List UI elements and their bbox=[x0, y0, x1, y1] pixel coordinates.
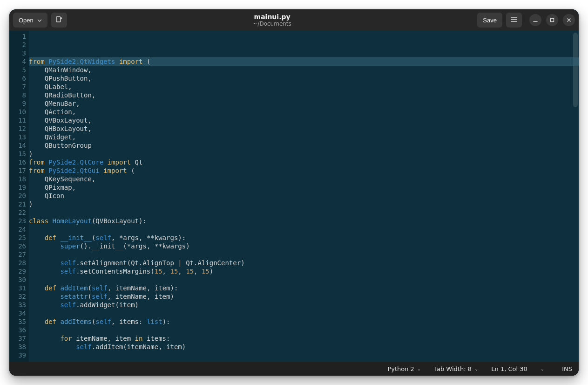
line-number: 8 bbox=[10, 91, 26, 99]
code-line[interactable]: def __init__(self, *args, **kwargs): bbox=[29, 234, 579, 242]
statusbar: Python 2 ⌄ Tab Width: 8 ⌄ Ln 1, Col 30 ⌄… bbox=[9, 362, 579, 376]
maximize-button[interactable] bbox=[546, 14, 558, 26]
line-number: 17 bbox=[10, 166, 26, 175]
code-line[interactable]: QVBoxLayout, bbox=[29, 116, 579, 124]
line-number: 27 bbox=[10, 250, 26, 259]
line-number: 12 bbox=[10, 124, 26, 133]
svg-rect-1 bbox=[551, 19, 554, 22]
line-number: 5 bbox=[10, 66, 26, 74]
line-number: 19 bbox=[10, 183, 26, 192]
code-line[interactable]: self.setContentsMargins(15, 15, 15, 15) bbox=[29, 267, 579, 275]
chevron-down-icon: ⌄ bbox=[417, 366, 421, 371]
code-content[interactable]: from PySide2.QtWidgets import ( QMainWin… bbox=[29, 31, 579, 362]
tabwidth-label: Tab Width: 8 bbox=[434, 365, 472, 372]
language-selector[interactable]: Python 2 ⌄ bbox=[387, 365, 421, 372]
code-line[interactable]: super().__init__(*args, **kwargs) bbox=[29, 242, 579, 250]
code-line[interactable]: self.addWidget(item) bbox=[29, 301, 579, 309]
insert-mode[interactable]: INS bbox=[562, 365, 572, 372]
code-line[interactable] bbox=[29, 351, 579, 359]
code-line[interactable]: from PySide2.QtCore import Qt bbox=[29, 158, 579, 166]
line-number: 23 bbox=[10, 217, 26, 225]
code-line[interactable]: def addItems(self, items: list): bbox=[29, 317, 579, 326]
save-button[interactable]: Save bbox=[477, 13, 502, 28]
window-title: mainui.py bbox=[71, 13, 474, 21]
line-number: 34 bbox=[10, 309, 26, 317]
code-line[interactable]: ) bbox=[29, 200, 579, 208]
line-number: 15 bbox=[10, 150, 26, 158]
code-line[interactable]: ) bbox=[29, 150, 579, 158]
line-number: 39 bbox=[10, 351, 26, 359]
line-number: 32 bbox=[10, 292, 26, 301]
line-number: 16 bbox=[10, 158, 26, 166]
minimize-button[interactable] bbox=[529, 14, 541, 26]
hamburger-icon bbox=[510, 16, 518, 25]
line-number: 2 bbox=[10, 41, 26, 49]
code-line[interactable] bbox=[29, 225, 579, 234]
editor-window: Open mainui.py ~/Documents Save bbox=[9, 9, 579, 376]
line-number: 25 bbox=[10, 234, 26, 242]
code-line[interactable]: class HomeLayout(QVBoxLayout): bbox=[29, 217, 579, 225]
line-number: 29 bbox=[10, 267, 26, 275]
line-number: 3 bbox=[10, 49, 26, 57]
code-line[interactable]: QMenuBar, bbox=[29, 99, 579, 108]
code-line[interactable]: QMainWindow, bbox=[29, 66, 579, 74]
code-line[interactable] bbox=[29, 309, 579, 317]
code-line[interactable] bbox=[29, 275, 579, 284]
code-line[interactable] bbox=[29, 359, 579, 362]
code-line[interactable]: QRadioButton, bbox=[29, 91, 579, 99]
line-number: 14 bbox=[10, 141, 26, 150]
code-line[interactable] bbox=[29, 208, 579, 217]
line-number: 9 bbox=[10, 99, 26, 108]
code-line[interactable]: self.setAlignment(Qt.AlignTop | Qt.Align… bbox=[29, 259, 579, 267]
window-controls bbox=[529, 14, 575, 26]
hamburger-menu-button[interactable] bbox=[506, 13, 522, 28]
title-center: mainui.py ~/Documents bbox=[71, 13, 474, 28]
code-line[interactable]: def addItem(self, itemName, item): bbox=[29, 284, 579, 292]
line-number: 22 bbox=[10, 208, 26, 217]
line-number: 21 bbox=[10, 200, 26, 208]
chevron-down-icon: ⌄ bbox=[541, 366, 544, 371]
new-tab-button[interactable] bbox=[51, 13, 67, 28]
cursor-position[interactable]: Ln 1, Col 30 bbox=[491, 365, 527, 372]
line-number-gutter: 1234567891011121314151617181920212223242… bbox=[9, 31, 29, 362]
editor-area[interactable]: 1234567891011121314151617181920212223242… bbox=[9, 31, 579, 362]
code-line[interactable]: QHBoxLayout, bbox=[29, 124, 579, 133]
open-button[interactable]: Open bbox=[13, 13, 47, 28]
code-line[interactable]: self.addItem(itemName, item) bbox=[29, 343, 579, 351]
line-number: 1 bbox=[10, 32, 26, 41]
code-line[interactable]: QWidget, bbox=[29, 133, 579, 141]
linecol-selector[interactable]: ⌄ bbox=[541, 366, 544, 371]
line-number: 6 bbox=[10, 74, 26, 82]
code-line[interactable] bbox=[29, 326, 579, 334]
code-line[interactable]: from PySide2.QtGui import ( bbox=[29, 166, 579, 175]
code-line[interactable]: QPixmap, bbox=[29, 183, 579, 192]
line-number: 10 bbox=[10, 108, 26, 116]
tabwidth-selector[interactable]: Tab Width: 8 ⌄ bbox=[434, 365, 478, 372]
code-line[interactable]: QButtonGroup bbox=[29, 141, 579, 150]
code-line[interactable]: QAction, bbox=[29, 108, 579, 116]
code-line[interactable]: QIcon bbox=[29, 192, 579, 200]
line-number: 4 bbox=[10, 57, 26, 66]
line-number: 28 bbox=[10, 259, 26, 267]
new-tab-icon bbox=[55, 16, 63, 25]
line-number: 36 bbox=[10, 326, 26, 334]
save-label: Save bbox=[483, 17, 497, 24]
close-button[interactable] bbox=[563, 14, 575, 26]
open-label: Open bbox=[19, 17, 34, 24]
code-line[interactable]: for itemName, item in items: bbox=[29, 334, 579, 343]
line-number: 30 bbox=[10, 275, 26, 284]
chevron-down-icon: ⌄ bbox=[474, 366, 478, 371]
code-line[interactable]: QPushButton, bbox=[29, 74, 579, 82]
line-number: 13 bbox=[10, 133, 26, 141]
code-line[interactable] bbox=[29, 250, 579, 259]
code-line[interactable]: QLabel, bbox=[29, 82, 579, 91]
svg-rect-0 bbox=[56, 17, 61, 22]
code-line[interactable]: QKeySequence, bbox=[29, 175, 579, 183]
code-line[interactable]: setattr(self, itemName, item) bbox=[29, 292, 579, 301]
line-number: 38 bbox=[10, 343, 26, 351]
titlebar: Open mainui.py ~/Documents Save bbox=[9, 9, 579, 31]
line-number: 24 bbox=[10, 225, 26, 234]
line-number: 37 bbox=[10, 334, 26, 343]
code-line[interactable]: from PySide2.QtWidgets import ( bbox=[29, 57, 579, 66]
line-number: 20 bbox=[10, 192, 26, 200]
